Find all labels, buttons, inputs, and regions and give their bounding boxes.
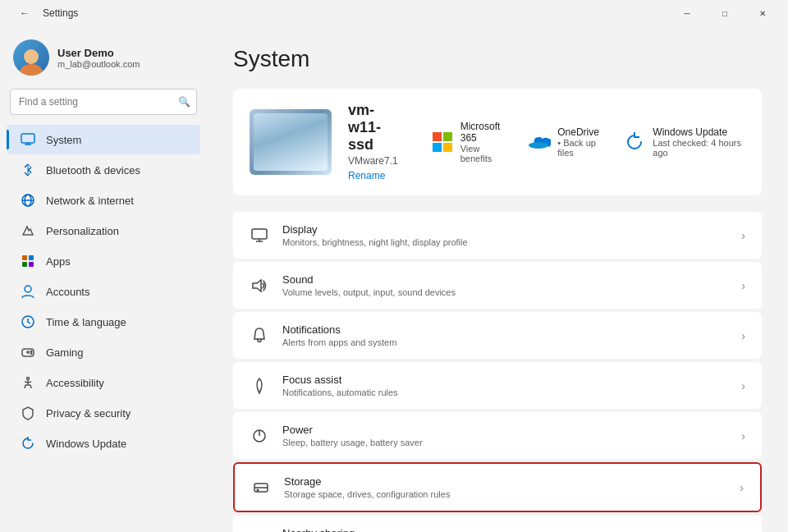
svg-marker-29 (253, 280, 261, 291)
sidebar-item-gaming[interactable]: Gaming (7, 337, 200, 367)
settings-item-text: Power Sleep, battery usage, battery save… (282, 424, 728, 447)
storage-desc: Storage space, drives, configuration rul… (284, 489, 726, 499)
sidebar: User Demo m_lab@outlook.com 🔍 System (0, 26, 207, 532)
quick-link-microsoft365[interactable]: Microsoft 365 View benefits (431, 121, 512, 163)
quick-links: Microsoft 365 View benefits OneDrive (431, 121, 745, 163)
notifications-icon (250, 326, 269, 346)
sidebar-item-bluetooth[interactable]: Bluetooth & devices (7, 155, 200, 185)
sidebar-item-accounts[interactable]: Accounts (7, 277, 200, 306)
microsoft365-icon (431, 129, 454, 155)
chevron-right-icon: › (741, 229, 745, 242)
minimize-button[interactable]: ─ (668, 0, 706, 26)
settings-item-sound[interactable]: Sound Volume levels, output, input, soun… (233, 262, 762, 309)
sound-title: Sound (282, 273, 728, 286)
avatar-figure (13, 39, 49, 76)
svg-rect-8 (22, 262, 27, 267)
device-name: vm-w11-ssd (348, 102, 398, 154)
settings-item-text: Display Monitors, brightness, night ligh… (282, 223, 728, 247)
sidebar-item-network[interactable]: Network & internet (7, 186, 200, 215)
windowsupdate-icon (623, 129, 646, 155)
settings-item-display[interactable]: Display Monitors, brightness, night ligh… (233, 212, 762, 259)
gaming-icon (20, 344, 36, 360)
chevron-right-icon: › (740, 481, 744, 494)
sidebar-item-label: Accessibility (46, 377, 104, 389)
focus-icon (250, 376, 269, 396)
settings-list: Display Monitors, brightness, night ligh… (233, 212, 762, 532)
nearby-title: Nearby sharing (282, 527, 728, 532)
back-button[interactable]: ← (13, 2, 36, 25)
svg-rect-6 (22, 255, 27, 260)
onedrive-sub: • Back up files (557, 138, 607, 158)
device-info: vm-w11-ssd VMware7.1 Rename (348, 102, 398, 182)
sidebar-item-label: Privacy & security (46, 407, 131, 420)
windowsupdate-label: Windows Update (653, 126, 745, 138)
sound-desc: Volume levels, output, input, sound devi… (282, 287, 728, 297)
sidebar-item-system[interactable]: System (7, 125, 200, 154)
settings-item-power[interactable]: Power Sleep, battery usage, battery save… (233, 412, 762, 459)
quick-link-text: Windows Update Last checked: 4 hours ago (653, 126, 745, 158)
accessibility-icon (20, 374, 36, 391)
sidebar-item-label: Personalization (46, 225, 119, 237)
sidebar-item-label: Apps (46, 255, 71, 268)
avatar-body (19, 64, 44, 76)
sidebar-item-label: Network & internet (46, 195, 134, 207)
sidebar-item-label: Windows Update (46, 438, 126, 450)
settings-item-notifications[interactable]: Notifications Alerts from apps and syste… (233, 312, 762, 359)
personalization-icon (20, 222, 36, 239)
chevron-right-icon: › (741, 279, 745, 292)
device-thumb-inner (254, 113, 328, 171)
close-button[interactable]: ✕ (744, 0, 781, 26)
power-title: Power (282, 424, 728, 436)
sidebar-item-apps[interactable]: Apps (7, 246, 200, 276)
user-name: User Demo (57, 47, 194, 59)
svg-rect-22 (443, 132, 452, 141)
power-desc: Sleep, battery usage, battery saver (282, 438, 728, 447)
sidebar-item-personalization[interactable]: Personalization (7, 216, 200, 245)
sidebar-item-label: Time & language (46, 316, 126, 328)
right-panel: System vm-w11-ssd VMware7.1 Rename (207, 26, 788, 532)
quick-link-windowsupdate[interactable]: Windows Update Last checked: 4 hours ago (623, 121, 745, 163)
sidebar-item-label: Gaming (46, 346, 84, 359)
microsoft365-sub: View benefits (460, 144, 512, 163)
device-thumbnail (250, 109, 332, 175)
close-icon: ✕ (759, 9, 766, 18)
bluetooth-icon (20, 162, 36, 178)
settings-item-focus[interactable]: Focus assist Notifications, automatic ru… (233, 362, 762, 409)
title-bar: ← Settings ─ □ ✕ (0, 0, 788, 26)
device-info-card: vm-w11-ssd VMware7.1 Rename Mi (233, 89, 762, 195)
svg-rect-23 (433, 143, 442, 152)
quick-link-onedrive[interactable]: OneDrive • Back up files (528, 121, 607, 163)
quick-link-text: OneDrive • Back up files (557, 126, 607, 158)
svg-point-25 (529, 142, 548, 149)
app-title: Settings (43, 7, 78, 19)
sidebar-item-time[interactable]: Time & language (7, 307, 200, 337)
sidebar-item-update[interactable]: Windows Update (7, 429, 200, 458)
search-input[interactable] (10, 89, 197, 115)
svg-rect-21 (433, 132, 442, 141)
avatar (13, 39, 49, 76)
svg-point-36 (257, 489, 259, 491)
notifications-desc: Alerts from apps and system (282, 337, 728, 347)
sound-icon (250, 276, 269, 296)
settings-item-storage[interactable]: Storage Storage space, drives, configura… (233, 462, 762, 512)
page-title: System (233, 46, 762, 72)
storage-title: Storage (284, 475, 726, 488)
user-profile[interactable]: User Demo m_lab@outlook.com (0, 33, 207, 89)
svg-rect-24 (443, 143, 452, 152)
settings-item-nearby[interactable]: Nearby sharing Discoverability, received… (233, 516, 762, 532)
svg-point-10 (25, 286, 31, 292)
sidebar-item-accessibility[interactable]: Accessibility (7, 368, 200, 397)
maximize-button[interactable]: □ (706, 0, 744, 26)
settings-item-text: Focus assist Notifications, automatic ru… (282, 374, 728, 397)
network-icon (20, 192, 36, 209)
update-icon (20, 435, 36, 452)
sidebar-item-privacy[interactable]: Privacy & security (7, 398, 200, 428)
nearby-icon (250, 530, 269, 533)
windowsupdate-sub: Last checked: 4 hours ago (653, 138, 745, 158)
storage-icon (251, 478, 271, 498)
avatar-head (24, 49, 39, 64)
rename-link[interactable]: Rename (348, 170, 385, 181)
time-icon (20, 314, 36, 330)
svg-point-17 (27, 378, 30, 380)
chevron-right-icon: › (741, 379, 745, 392)
